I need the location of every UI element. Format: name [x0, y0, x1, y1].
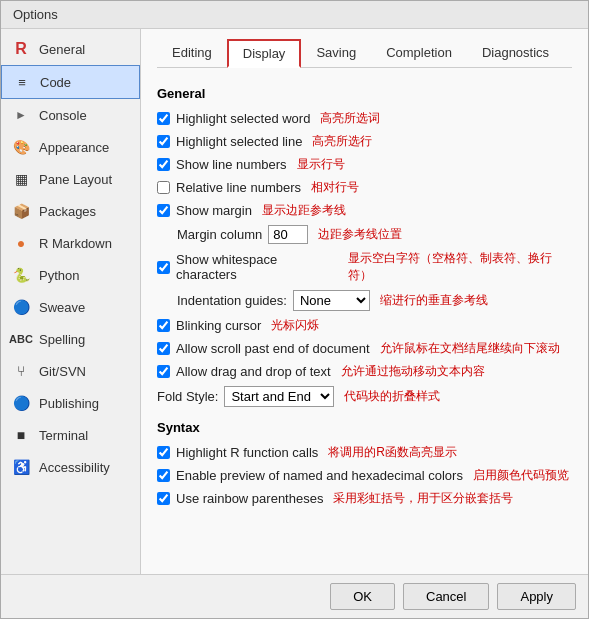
gitsvn-icon: ⑂	[11, 361, 31, 381]
sidebar-label-gitsvn: Git/SVN	[39, 364, 86, 379]
sidebar-label-code: Code	[40, 75, 71, 90]
console-icon: ►	[11, 105, 31, 125]
drag-drop-checkbox[interactable]	[157, 365, 170, 378]
sidebar-item-rmarkdown[interactable]: ● R Markdown	[1, 227, 140, 259]
show-whitespace-label[interactable]: Show whitespace characters	[176, 252, 338, 282]
sidebar: R General ≡ Code ► Console 🎨 Appearance …	[1, 29, 141, 574]
sidebar-item-accessibility[interactable]: ♿ Accessibility	[1, 451, 140, 483]
pane-layout-icon: ▦	[11, 169, 31, 189]
sidebar-item-code[interactable]: ≡ Code	[1, 65, 140, 99]
publishing-icon: 🔵	[11, 393, 31, 413]
tab-saving[interactable]: Saving	[301, 39, 371, 68]
fold-style-row: Fold Style: Start and End Start Only 代码块…	[157, 386, 572, 407]
scroll-past-end-row: Allow scroll past end of document 允许鼠标在文…	[157, 340, 572, 357]
sidebar-label-general: General	[39, 42, 85, 57]
sidebar-item-general[interactable]: R General	[1, 33, 140, 65]
highlight-line-row: Highlight selected line 高亮所选行	[157, 133, 572, 150]
rmarkdown-icon: ●	[11, 233, 31, 253]
sidebar-label-console: Console	[39, 108, 87, 123]
general-section-title: General	[157, 86, 572, 101]
relative-line-numbers-checkbox[interactable]	[157, 181, 170, 194]
sidebar-label-spelling: Spelling	[39, 332, 85, 347]
options-dialog: Options R General ≡ Code ► Console 🎨 App…	[0, 0, 589, 619]
sidebar-item-console[interactable]: ► Console	[1, 99, 140, 131]
main-content: Editing Display Saving Completion Diagno…	[141, 29, 588, 574]
cancel-button[interactable]: Cancel	[403, 583, 489, 610]
indentation-guides-select[interactable]: None Rainbow Solid	[293, 290, 370, 311]
drag-drop-label[interactable]: Allow drag and drop of text	[176, 364, 331, 379]
blinking-cursor-row: Blinking cursor 光标闪烁	[157, 317, 572, 334]
tab-completion[interactable]: Completion	[371, 39, 467, 68]
sidebar-label-pane-layout: Pane Layout	[39, 172, 112, 187]
sidebar-label-sweave: Sweave	[39, 300, 85, 315]
syntax-section-title: Syntax	[157, 420, 572, 435]
highlight-word-label[interactable]: Highlight selected word	[176, 111, 310, 126]
sidebar-label-packages: Packages	[39, 204, 96, 219]
dialog-title: Options	[1, 1, 588, 29]
dialog-footer: OK Cancel Apply	[1, 574, 588, 618]
highlight-line-checkbox[interactable]	[157, 135, 170, 148]
relative-line-numbers-label[interactable]: Relative line numbers	[176, 180, 301, 195]
fold-style-select[interactable]: Start and End Start Only	[224, 386, 334, 407]
rainbow-parens-row: Use rainbow parentheses 采用彩虹括号，用于区分嵌套括号	[157, 490, 572, 507]
sidebar-item-python[interactable]: 🐍 Python	[1, 259, 140, 291]
highlight-r-calls-checkbox[interactable]	[157, 446, 170, 459]
show-whitespace-checkbox[interactable]	[157, 261, 170, 274]
appearance-icon: 🎨	[11, 137, 31, 157]
sidebar-label-rmarkdown: R Markdown	[39, 236, 112, 251]
sidebar-item-terminal[interactable]: ■ Terminal	[1, 419, 140, 451]
rainbow-parens-label[interactable]: Use rainbow parentheses	[176, 491, 323, 506]
show-margin-label[interactable]: Show margin	[176, 203, 252, 218]
sidebar-label-terminal: Terminal	[39, 428, 88, 443]
margin-column-input[interactable]	[268, 225, 308, 244]
sidebar-label-accessibility: Accessibility	[39, 460, 110, 475]
enable-hex-colors-label[interactable]: Enable preview of named and hexadecimal …	[176, 468, 463, 483]
sidebar-item-gitsvn[interactable]: ⑂ Git/SVN	[1, 355, 140, 387]
enable-hex-colors-row: Enable preview of named and hexadecimal …	[157, 467, 572, 484]
show-margin-checkbox[interactable]	[157, 204, 170, 217]
sweave-icon: 🔵	[11, 297, 31, 317]
enable-hex-colors-checkbox[interactable]	[157, 469, 170, 482]
rainbow-parens-checkbox[interactable]	[157, 492, 170, 505]
sidebar-item-pane-layout[interactable]: ▦ Pane Layout	[1, 163, 140, 195]
highlight-r-calls-row: Highlight R function calls 将调用的R函数高亮显示	[157, 444, 572, 461]
dialog-body: R General ≡ Code ► Console 🎨 Appearance …	[1, 29, 588, 574]
sidebar-label-publishing: Publishing	[39, 396, 99, 411]
margin-column-row: Margin column 边距参考线位置	[177, 225, 572, 244]
tab-display[interactable]: Display	[227, 39, 302, 68]
sidebar-label-python: Python	[39, 268, 79, 283]
show-line-numbers-label[interactable]: Show line numbers	[176, 157, 287, 172]
general-icon: R	[11, 39, 31, 59]
code-icon: ≡	[12, 72, 32, 92]
apply-button[interactable]: Apply	[497, 583, 576, 610]
blinking-cursor-label[interactable]: Blinking cursor	[176, 318, 261, 333]
highlight-line-label[interactable]: Highlight selected line	[176, 134, 302, 149]
show-whitespace-row: Show whitespace characters 显示空白字符（空格符、制表…	[157, 250, 572, 284]
show-line-numbers-row: Show line numbers 显示行号	[157, 156, 572, 173]
show-margin-row: Show margin 显示边距参考线	[157, 202, 572, 219]
sidebar-label-appearance: Appearance	[39, 140, 109, 155]
sidebar-item-appearance[interactable]: 🎨 Appearance	[1, 131, 140, 163]
python-icon: 🐍	[11, 265, 31, 285]
show-line-numbers-checkbox[interactable]	[157, 158, 170, 171]
packages-icon: 📦	[11, 201, 31, 221]
highlight-r-calls-label[interactable]: Highlight R function calls	[176, 445, 318, 460]
sidebar-item-publishing[interactable]: 🔵 Publishing	[1, 387, 140, 419]
tab-diagnostics[interactable]: Diagnostics	[467, 39, 564, 68]
tab-editing[interactable]: Editing	[157, 39, 227, 68]
spelling-icon: ABC	[11, 329, 31, 349]
sidebar-item-packages[interactable]: 📦 Packages	[1, 195, 140, 227]
terminal-icon: ■	[11, 425, 31, 445]
sidebar-item-sweave[interactable]: 🔵 Sweave	[1, 291, 140, 323]
highlight-word-checkbox[interactable]	[157, 112, 170, 125]
indentation-guides-row: Indentation guides: None Rainbow Solid 缩…	[177, 290, 572, 311]
ok-button[interactable]: OK	[330, 583, 395, 610]
highlight-word-row: Highlight selected word 高亮所选词	[157, 110, 572, 127]
scroll-past-end-label[interactable]: Allow scroll past end of document	[176, 341, 370, 356]
drag-drop-row: Allow drag and drop of text 允许通过拖动移动文本内容	[157, 363, 572, 380]
scroll-past-end-checkbox[interactable]	[157, 342, 170, 355]
sidebar-item-spelling[interactable]: ABC Spelling	[1, 323, 140, 355]
tabs-bar: Editing Display Saving Completion Diagno…	[157, 39, 572, 68]
blinking-cursor-checkbox[interactable]	[157, 319, 170, 332]
accessibility-icon: ♿	[11, 457, 31, 477]
